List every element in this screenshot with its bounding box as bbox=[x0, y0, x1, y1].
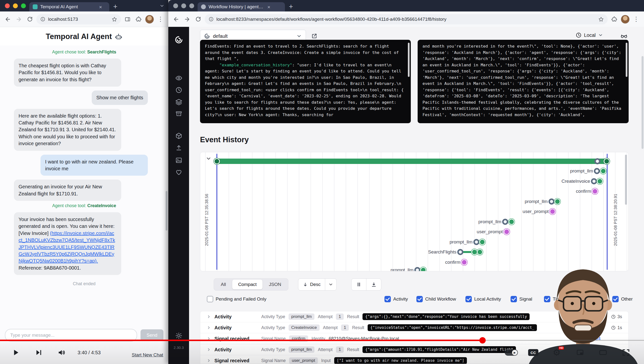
workflow-execution-bar[interactable] bbox=[217, 158, 607, 164]
close-tab-icon[interactable]: × bbox=[267, 4, 270, 10]
other-checkbox[interactable] bbox=[612, 296, 619, 302]
chat-transcript[interactable]: Agent chose tool: SearchFlights The chea… bbox=[0, 46, 168, 327]
activity-marker[interactable] bbox=[420, 267, 426, 272]
tab-workflow-history[interactable]: Workflow History | agent-wor... × bbox=[198, 2, 285, 12]
workflow-state-panel[interactable]: and month you're interested in for the e… bbox=[418, 40, 629, 123]
view-all-button[interactable]: All bbox=[215, 280, 232, 289]
chat-scrollbar[interactable] bbox=[166, 191, 167, 230]
activity-marker[interactable] bbox=[477, 249, 483, 255]
activity-marker[interactable] bbox=[600, 168, 606, 174]
close-window-button[interactable] bbox=[5, 4, 10, 8]
close-tab-icon[interactable]: × bbox=[99, 4, 102, 10]
event-row-activity[interactable]: Activity Activity Type prompt_llm Attemp… bbox=[200, 311, 628, 322]
activity-marker[interactable] bbox=[474, 239, 480, 245]
profile-avatar[interactable] bbox=[621, 15, 630, 24]
signal-marker[interactable] bbox=[461, 259, 468, 266]
signal-marker[interactable] bbox=[504, 229, 510, 235]
tab-search-chevron-icon[interactable] bbox=[160, 4, 164, 8]
event-row-signal[interactable]: Signal received Signal Name confirm Iden… bbox=[200, 333, 628, 344]
event-id-link[interactable]: 100 bbox=[593, 325, 600, 330]
start-new-chat-link[interactable]: Start New Chat bbox=[132, 352, 163, 358]
activity-marker[interactable] bbox=[554, 198, 560, 205]
event-id-link[interactable]: 99 bbox=[584, 325, 589, 330]
activity-marker[interactable] bbox=[594, 168, 600, 174]
signal-marker[interactable] bbox=[550, 208, 556, 215]
captions-button[interactable]: CC bbox=[528, 349, 538, 356]
open-namespace-external-link-icon[interactable] bbox=[311, 33, 318, 39]
reload-button[interactable] bbox=[25, 15, 34, 24]
activity-marker[interactable] bbox=[458, 249, 464, 255]
new-tab-button[interactable]: + bbox=[289, 3, 293, 10]
back-button[interactable] bbox=[4, 15, 12, 24]
activity-marker[interactable] bbox=[479, 239, 486, 245]
download-history-button[interactable] bbox=[366, 278, 381, 290]
view-compact-button[interactable]: Compact bbox=[232, 280, 262, 289]
bookmark-star-icon[interactable] bbox=[598, 16, 604, 22]
pause-button[interactable] bbox=[352, 278, 366, 290]
miniplayer-button[interactable] bbox=[576, 348, 584, 357]
timezone-select[interactable]: Local bbox=[576, 32, 603, 38]
local-activity-checkbox[interactable] bbox=[466, 296, 472, 302]
activity-marker[interactable] bbox=[591, 178, 597, 184]
zoom-window-button[interactable] bbox=[189, 4, 194, 8]
sort-order-control[interactable]: Desc bbox=[298, 278, 337, 290]
site-info-icon[interactable] bbox=[208, 16, 214, 22]
play-button[interactable] bbox=[11, 348, 20, 357]
expand-chevron-icon[interactable] bbox=[206, 348, 211, 352]
event-row-signal[interactable]: Signal received Signal Name user_prompt … bbox=[200, 355, 628, 364]
panel-scrollbar[interactable] bbox=[408, 43, 410, 77]
tab-temporal-ai-agent[interactable]: Temporal AI Agent × bbox=[29, 2, 109, 12]
browser-menu-icon[interactable]: ⋮ bbox=[632, 15, 640, 24]
collapse-timeline-chevron-icon[interactable] bbox=[206, 156, 212, 162]
minimize-window-button[interactable] bbox=[13, 4, 18, 8]
minimize-window-button[interactable] bbox=[181, 4, 186, 8]
forward-button[interactable] bbox=[14, 15, 23, 24]
timeline-scrollbar[interactable] bbox=[625, 155, 627, 205]
address-bar[interactable]: localhost:8233/namespaces/default/workfl… bbox=[205, 14, 608, 24]
temporal-logo-icon[interactable] bbox=[175, 36, 183, 44]
sidebar-import-upload-icon[interactable] bbox=[176, 144, 182, 151]
settings-gear-icon[interactable]: ⚙HD bbox=[553, 348, 560, 357]
view-json-button[interactable]: JSON bbox=[263, 280, 287, 289]
event-row-activity[interactable]: Activity Activity Type prompt_llm Attemp… bbox=[200, 344, 628, 355]
theme-toggle-sun-icon[interactable] bbox=[176, 332, 182, 339]
activity-checkbox[interactable] bbox=[384, 296, 391, 302]
activity-marker[interactable] bbox=[502, 219, 508, 225]
activity-marker[interactable] bbox=[414, 267, 420, 272]
side-panel-icon[interactable] bbox=[123, 15, 132, 24]
reload-button[interactable] bbox=[194, 15, 202, 24]
sidebar-labs-image-icon[interactable] bbox=[176, 157, 182, 164]
progress-scrubber[interactable] bbox=[479, 337, 486, 344]
sidebar-namespaces-cube-icon[interactable] bbox=[175, 132, 182, 140]
theater-mode-button[interactable] bbox=[599, 348, 608, 357]
timer-checkbox[interactable] bbox=[544, 296, 550, 302]
workflow-end-marker[interactable] bbox=[604, 158, 610, 164]
event-id-link[interactable]: 106 bbox=[593, 314, 600, 319]
sidebar-workflows-eye-icon[interactable] bbox=[175, 75, 182, 82]
signal-checkbox[interactable] bbox=[510, 296, 517, 302]
activity-marker[interactable] bbox=[508, 219, 515, 225]
event-id-link[interactable]: 105 bbox=[581, 314, 589, 319]
browser-menu-icon[interactable]: ⋮ bbox=[156, 15, 165, 24]
event-row-activity[interactable]: Activity Activity Type CreateInvoice Att… bbox=[200, 322, 628, 333]
child-workflow-checkbox[interactable] bbox=[416, 296, 423, 302]
sidebar-archive-icon[interactable] bbox=[176, 110, 182, 117]
forward-button[interactable] bbox=[183, 15, 192, 24]
workflow-start-marker[interactable] bbox=[214, 158, 220, 164]
activity-marker[interactable] bbox=[548, 198, 555, 205]
page-scrollbar[interactable] bbox=[642, 56, 644, 149]
new-tab-button[interactable]: + bbox=[113, 3, 118, 10]
fullscreen-button[interactable] bbox=[622, 348, 630, 357]
profile-avatar[interactable] bbox=[145, 15, 154, 24]
site-info-icon[interactable] bbox=[40, 16, 45, 22]
expand-chevron-icon[interactable] bbox=[206, 326, 211, 330]
panel-scrollbar[interactable] bbox=[626, 43, 628, 77]
volume-icon[interactable] bbox=[57, 348, 66, 357]
sidebar-feedback-heart-icon[interactable] bbox=[176, 169, 182, 176]
timeline-graph[interactable]: 2025-01-08 PST 12:35:38.56 2025-01-08 PS… bbox=[200, 152, 629, 271]
pending-failed-only-checkbox[interactable] bbox=[207, 296, 213, 302]
data-encoder-glasses-icon[interactable] bbox=[620, 32, 628, 40]
autoplay-toggle[interactable]: ▶ bbox=[505, 349, 518, 356]
zoom-window-button[interactable] bbox=[21, 4, 26, 8]
expand-chevron-icon[interactable] bbox=[206, 314, 211, 319]
